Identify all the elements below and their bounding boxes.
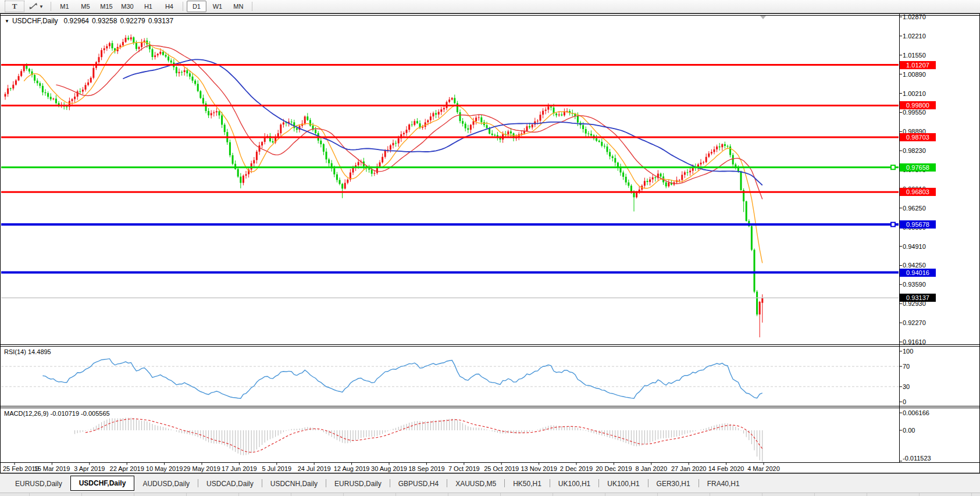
- chart-tab-gbpusd-h4[interactable]: GBPUSD,H4: [390, 477, 447, 490]
- strip-divider: [343, 493, 344, 496]
- macd-indicator-label: MACD(12,26,9) -0.010719 -0.005565: [4, 410, 110, 417]
- toolbar-separator: [51, 2, 51, 11]
- chart-tab-usdcad-daily[interactable]: USDCAD,Daily: [198, 477, 262, 490]
- macd-main-value: -0.010719: [50, 410, 79, 417]
- timeframe-button-m5[interactable]: M5: [76, 1, 95, 12]
- ohlc-low: 0.92279: [120, 17, 145, 25]
- collapse-icon[interactable]: ▼: [5, 19, 9, 24]
- strip-divider: [867, 493, 867, 496]
- rsi-indicator-label: RSI(14) 14.4895: [4, 348, 51, 355]
- timeframe-button-w1[interactable]: W1: [208, 1, 227, 12]
- strip-divider: [186, 493, 187, 496]
- strip-divider: [710, 493, 710, 496]
- timeframe-button-mn[interactable]: MN: [229, 1, 248, 12]
- axis-ticks: [15, 17, 902, 465]
- strip-divider: [814, 493, 815, 496]
- chart-tab-eurusd-daily[interactable]: EURUSD,Daily: [7, 477, 70, 490]
- ma-fast-orange: [24, 42, 762, 263]
- ma-mid-red: [56, 45, 762, 199]
- strip-divider: [448, 493, 448, 496]
- ohlc-high: 0.93258: [92, 17, 117, 25]
- chart-tab-hk50-h1[interactable]: HK50,H1: [505, 477, 550, 490]
- timeframe-button-m30[interactable]: M30: [117, 1, 137, 12]
- ma-slow-blue: [123, 59, 762, 185]
- chart-tab-bar: EURUSD,DailyUSDCHF,DailyAUDUSD,DailyUSDC…: [0, 473, 980, 493]
- timeframe-button-m1[interactable]: M1: [55, 1, 74, 12]
- strip-divider: [29, 493, 30, 496]
- text-tool-button[interactable]: T: [5, 1, 24, 12]
- strip-divider: [553, 493, 553, 496]
- chart-tab-xauusd-m5[interactable]: XAUUSD,M5: [447, 477, 504, 490]
- symbol-period-label: USDCHF,Daily: [12, 17, 58, 25]
- toolbar-separator: [252, 2, 252, 11]
- ohlc-close: 0.93137: [148, 17, 173, 25]
- macd-histogram: [75, 418, 762, 462]
- chart-window[interactable]: 1.028701.022101.015501.008901.002100.995…: [0, 13, 980, 473]
- chevron-down-icon: ▼: [39, 4, 44, 9]
- strip-divider: [500, 493, 501, 496]
- timeframe-button-d1[interactable]: D1: [187, 1, 206, 12]
- level-drag-handle: [891, 223, 895, 227]
- strip-divider: [762, 493, 762, 496]
- timeframe-button-m15[interactable]: M15: [97, 1, 116, 12]
- toolbar-separator: [183, 2, 183, 11]
- rsi-line: [42, 359, 762, 398]
- chart-tab-uk100-h1[interactable]: UK100,H1: [599, 477, 647, 490]
- ohlc-open: 0.92964: [64, 17, 89, 25]
- level-drag-handle: [891, 165, 895, 169]
- timeframe-button-h4[interactable]: H4: [159, 1, 179, 12]
- strip-divider: [657, 493, 658, 496]
- candlestick-chart-canvas[interactable]: [1, 14, 980, 474]
- pane-separators: [1, 14, 980, 463]
- arrows-tool-button[interactable]: ▼: [26, 1, 47, 12]
- strip-divider: [291, 493, 291, 496]
- chart-tab-usdcnh-daily[interactable]: USDCNH,Daily: [262, 477, 326, 490]
- chart-tab-fra40-h1[interactable]: FRA40,H1: [699, 477, 748, 490]
- chart-shift-marker[interactable]: [760, 16, 766, 19]
- macd-signal-value: -0.005565: [81, 410, 110, 417]
- chart-tab-ger30-h1[interactable]: GER30,H1: [648, 477, 699, 490]
- chart-title: ▼USDCHF,Daily0.929640.932580.922790.9313…: [5, 17, 176, 25]
- bottom-resize-strip: [0, 493, 980, 496]
- strip-divider: [134, 493, 134, 496]
- strip-divider: [971, 493, 972, 496]
- chart-tab-audusd-daily[interactable]: AUDUSD,Daily: [134, 477, 198, 490]
- strip-divider: [238, 493, 239, 496]
- chart-tab-usdchf-daily[interactable]: USDCHF,Daily: [70, 476, 135, 491]
- rsi-value: 14.4895: [28, 348, 51, 355]
- timeframe-button-h1[interactable]: H1: [138, 1, 158, 12]
- timeframe-button-group: M1M5M15M30H1H4D1W1MN: [54, 1, 255, 12]
- candles: [5, 34, 764, 337]
- strip-divider: [605, 493, 605, 496]
- chart-tab-uk100-h1[interactable]: UK100,H1: [550, 477, 598, 490]
- trading-terminal-window: T ▼ M1M5M15M30H1H4D1W1MN 1.028701.022101…: [0, 0, 980, 496]
- top-toolbar: T ▼ M1M5M15M30H1H4D1W1MN: [0, 0, 980, 13]
- strip-divider: [81, 493, 82, 496]
- strip-divider: [919, 493, 920, 496]
- strip-divider: [395, 493, 396, 496]
- arrows-icon: [29, 2, 38, 11]
- chart-tab-eurusd-daily[interactable]: EURUSD,Daily: [326, 477, 390, 490]
